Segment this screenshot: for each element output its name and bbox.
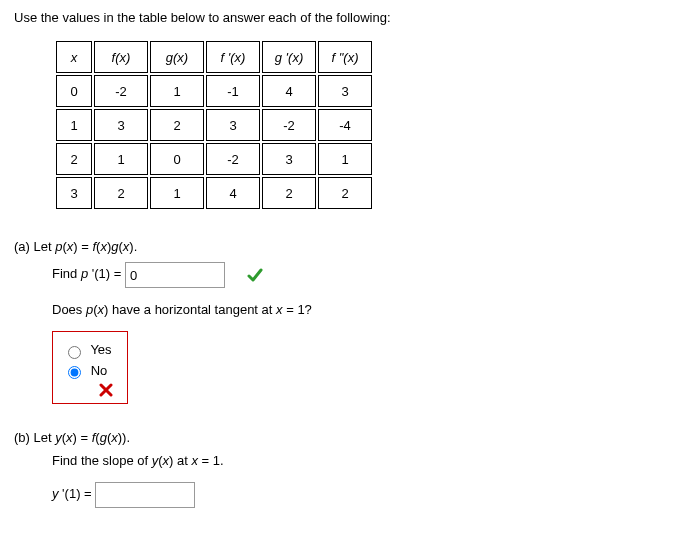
radio-no[interactable] — [68, 366, 81, 379]
horizontal-tangent-radio-group: Yes No — [52, 331, 128, 404]
part-b-answer-row: y '(1) = — [52, 482, 665, 508]
part-b-slope-label: Find the slope of y(x) at x = 1. — [52, 453, 665, 468]
cell: 4 — [262, 75, 316, 107]
cell: 2 — [56, 143, 92, 175]
cell: 3 — [56, 177, 92, 209]
cell: 1 — [150, 75, 204, 107]
cell: -2 — [94, 75, 148, 107]
cell: -1 — [206, 75, 260, 107]
cell: 2 — [94, 177, 148, 209]
cell: 3 — [94, 109, 148, 141]
cell: 2 — [318, 177, 372, 209]
col-fpx: f '(x) — [206, 41, 260, 73]
cell: 1 — [150, 177, 204, 209]
part-b-label: (b) Let y(x) = f(g(x)). — [14, 430, 665, 445]
part-a-find: Find p '(1) = — [52, 262, 665, 288]
cell: 0 — [150, 143, 204, 175]
radio-yes-label: Yes — [90, 342, 111, 357]
col-gpx: g '(x) — [262, 41, 316, 73]
col-gx: g(x) — [150, 41, 204, 73]
radio-row-no: No — [63, 363, 113, 380]
y-prime-expr: y '(1) = — [52, 487, 95, 502]
table-row: 0 -2 1 -1 4 3 — [56, 75, 372, 107]
part-a-question2: Does p(x) have a horizontal tangent at x… — [52, 302, 665, 317]
cell: 3 — [206, 109, 260, 141]
instruction-text: Use the values in the table below to ans… — [14, 10, 665, 25]
table-row: 3 2 1 4 2 2 — [56, 177, 372, 209]
cell: 3 — [262, 143, 316, 175]
col-x: x — [56, 41, 92, 73]
cell: 2 — [262, 177, 316, 209]
cell: 1 — [56, 109, 92, 141]
radio-no-label: No — [91, 363, 108, 378]
table-row: 1 3 2 3 -2 -4 — [56, 109, 372, 141]
col-fx: f(x) — [94, 41, 148, 73]
check-icon — [247, 267, 263, 283]
col-fppx: f "(x) — [318, 41, 372, 73]
cell: 1 — [318, 143, 372, 175]
part-a-section: (a) Let p(x) = f(x)g(x). Find p '(1) = D… — [14, 239, 665, 404]
cell: 1 — [94, 143, 148, 175]
cell: -2 — [206, 143, 260, 175]
cell: 4 — [206, 177, 260, 209]
table-header-row: x f(x) g(x) f '(x) g '(x) f "(x) — [56, 41, 372, 73]
cell: 3 — [318, 75, 372, 107]
find-label: Find p '(1) = — [52, 266, 125, 281]
table-row: 2 1 0 -2 3 1 — [56, 143, 372, 175]
cell: -4 — [318, 109, 372, 141]
radio-yes[interactable] — [68, 346, 81, 359]
p-prime-1-input[interactable] — [125, 262, 225, 288]
radio-row-yes: Yes — [63, 342, 113, 359]
cell: -2 — [262, 109, 316, 141]
cell: 0 — [56, 75, 92, 107]
values-table: x f(x) g(x) f '(x) g '(x) f "(x) 0 -2 1 … — [54, 39, 374, 211]
part-b-section: (b) Let y(x) = f(g(x)). Find the slope o… — [14, 430, 665, 508]
y-prime-1-input[interactable] — [95, 482, 195, 508]
cell: 2 — [150, 109, 204, 141]
part-a-label: (a) Let p(x) = f(x)g(x). — [14, 239, 665, 254]
cross-icon — [99, 383, 113, 397]
